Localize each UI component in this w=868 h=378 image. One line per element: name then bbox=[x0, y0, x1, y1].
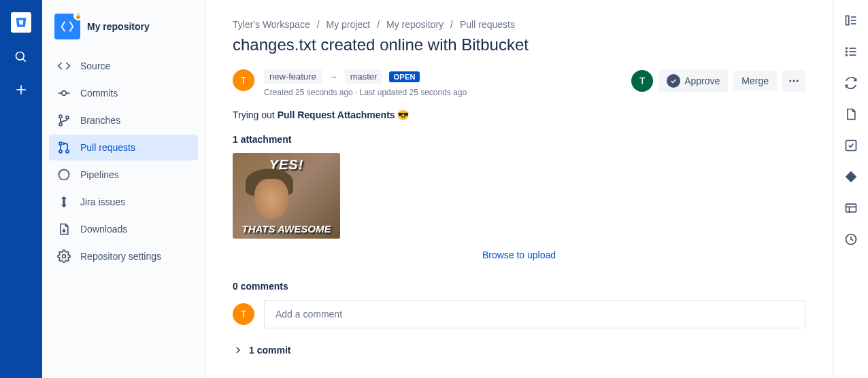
nav-label: Pull requests bbox=[80, 142, 135, 153]
nav-downloads[interactable]: Downloads bbox=[49, 216, 198, 242]
nav-label: Commits bbox=[80, 88, 118, 99]
svg-rect-28 bbox=[846, 141, 856, 151]
merge-button[interactable]: Merge bbox=[733, 71, 777, 91]
nav-label: Branches bbox=[80, 115, 120, 126]
repo-title: My repository bbox=[87, 21, 150, 32]
breadcrumb-item[interactable]: Pull requests bbox=[460, 19, 515, 30]
file-icon[interactable] bbox=[844, 107, 858, 121]
svg-point-23 bbox=[846, 51, 847, 52]
checklist-icon[interactable] bbox=[844, 139, 858, 152]
svg-point-12 bbox=[66, 150, 69, 153]
nav-label: Source bbox=[80, 61, 110, 71]
desc-emoji: 😎 bbox=[397, 109, 409, 120]
nav-jira[interactable]: Jira issues bbox=[49, 189, 198, 215]
page-title: changes.txt created online with Bitbucke… bbox=[233, 35, 805, 54]
breadcrumb-item[interactable]: Tyler's Workspace bbox=[233, 19, 310, 30]
svg-point-8 bbox=[59, 123, 62, 126]
commenter-avatar[interactable]: T bbox=[233, 303, 254, 325]
nav-label: Pipelines bbox=[80, 169, 119, 180]
create-icon[interactable] bbox=[13, 82, 29, 98]
nav-label: Jira issues bbox=[80, 196, 125, 207]
sidebar-header[interactable]: 🔒 My repository bbox=[49, 14, 198, 53]
svg-point-7 bbox=[59, 115, 62, 118]
sync-icon[interactable] bbox=[844, 76, 858, 90]
nav-pull-requests[interactable]: Pull requests bbox=[49, 135, 198, 160]
desc-prefix: Trying out bbox=[233, 109, 278, 120]
svg-rect-29 bbox=[846, 204, 856, 212]
list-icon[interactable] bbox=[844, 45, 858, 58]
diamond-icon[interactable] bbox=[844, 170, 858, 184]
svg-point-10 bbox=[59, 142, 62, 145]
nav-commits[interactable]: Commits bbox=[49, 80, 198, 106]
chevron-right-icon[interactable] bbox=[233, 345, 244, 356]
breadcrumb-sep: / bbox=[317, 19, 320, 30]
approve-button[interactable]: Approve bbox=[658, 69, 728, 92]
svg-line-1 bbox=[23, 59, 26, 62]
breadcrumb-item[interactable]: My project bbox=[327, 19, 371, 30]
nav-label: Downloads bbox=[80, 224, 127, 235]
nav-source[interactable]: Source bbox=[49, 53, 198, 79]
browse-upload-link[interactable]: Browse to upload bbox=[482, 250, 556, 260]
svg-point-16 bbox=[793, 80, 795, 82]
panel-icon[interactable] bbox=[844, 14, 858, 27]
breadcrumb-sep: / bbox=[450, 19, 453, 30]
nav-pipelines[interactable]: Pipelines bbox=[49, 162, 198, 188]
arrow-icon: → bbox=[329, 71, 338, 82]
nav-label: Repository settings bbox=[80, 251, 161, 262]
search-icon[interactable] bbox=[13, 49, 29, 65]
comments-title: 0 comments bbox=[233, 281, 805, 292]
pr-description: Trying out Pull Request Attachments 😎 bbox=[233, 109, 805, 120]
breadcrumb-item[interactable]: My repository bbox=[386, 19, 444, 30]
breadcrumb-sep: / bbox=[377, 19, 380, 30]
svg-point-0 bbox=[16, 52, 24, 61]
nav-settings[interactable]: Repository settings bbox=[49, 243, 198, 269]
check-icon bbox=[667, 74, 680, 88]
comment-input[interactable]: Add a comment bbox=[264, 300, 805, 328]
svg-point-15 bbox=[789, 80, 791, 82]
svg-point-24 bbox=[846, 54, 847, 56]
svg-point-9 bbox=[66, 116, 69, 119]
reviewer-avatar[interactable]: T bbox=[631, 70, 653, 92]
author-avatar[interactable]: T bbox=[233, 69, 254, 91]
commits-title: 1 commit bbox=[249, 345, 290, 356]
target-branch[interactable]: master bbox=[345, 69, 383, 84]
repo-avatar: 🔒 bbox=[54, 14, 80, 39]
svg-point-14 bbox=[63, 255, 66, 258]
svg-point-13 bbox=[59, 170, 69, 180]
desc-bold: Pull Request Attachments bbox=[278, 109, 398, 120]
lock-icon: 🔒 bbox=[73, 11, 83, 20]
status-badge: OPEN bbox=[389, 71, 419, 82]
thumb-text-bottom: THATS AWESOME bbox=[238, 223, 335, 235]
breadcrumb: Tyler's Workspace / My project / My repo… bbox=[233, 19, 805, 30]
layout-icon[interactable] bbox=[844, 201, 858, 215]
bitbucket-logo[interactable] bbox=[11, 12, 31, 33]
svg-point-4 bbox=[62, 91, 67, 96]
svg-rect-18 bbox=[846, 16, 848, 24]
merge-label: Merge bbox=[741, 75, 769, 86]
svg-point-22 bbox=[846, 48, 847, 49]
clock-icon[interactable] bbox=[844, 233, 858, 246]
more-button[interactable] bbox=[782, 70, 805, 92]
approve-label: Approve bbox=[684, 75, 720, 86]
nav-branches[interactable]: Branches bbox=[49, 107, 198, 133]
timestamps: Created 25 seconds ago · Last updated 25… bbox=[264, 88, 467, 97]
svg-point-17 bbox=[797, 80, 799, 82]
svg-point-11 bbox=[59, 150, 62, 153]
attachments-title: 1 attachment bbox=[233, 134, 805, 145]
thumb-text-top: YES! bbox=[238, 157, 335, 173]
attachment-thumbnail[interactable]: YES! THATS AWESOME bbox=[233, 153, 340, 239]
source-branch[interactable]: new-feature bbox=[264, 69, 322, 84]
